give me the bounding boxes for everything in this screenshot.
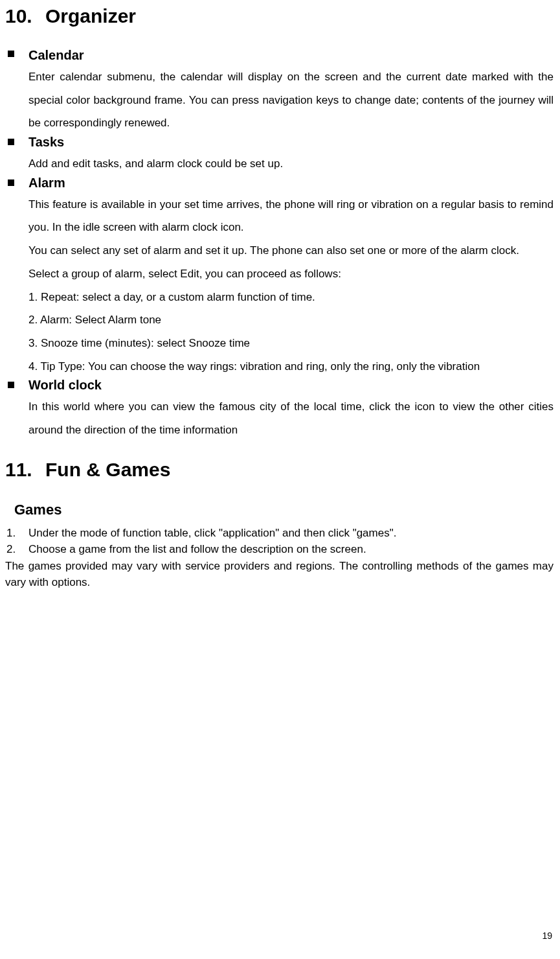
bullet-square-icon: [5, 378, 28, 393]
games-item-2: 2. Choose a game from the list and follo…: [5, 541, 554, 558]
calendar-heading: Calendar: [28, 48, 84, 63]
games-item-2-text: Choose a game from the list and follow t…: [28, 541, 366, 558]
section-10-number: 10.: [5, 5, 45, 27]
section-10-title: Organizer: [45, 5, 136, 27]
alarm-l1: 1. Repeat: select a day, or a custom ala…: [28, 286, 554, 309]
bullet-square-icon: [5, 135, 28, 150]
tasks-body: Add and edit tasks, and alarm clock coul…: [28, 152, 554, 176]
alarm-l4: 4. Tip Type: You can choose the way ring…: [28, 355, 554, 378]
alarm-p3: Select a group of alarm, select Edit, yo…: [28, 262, 554, 286]
section-11-heading: 11.Fun & Games: [5, 459, 554, 481]
alarm-l2: 2. Alarm: Select Alarm tone: [28, 308, 554, 332]
alarm-bullet-row: Alarm: [5, 176, 554, 191]
bullet-square-icon: [5, 48, 28, 63]
alarm-p1: This feature is available in your set ti…: [28, 193, 554, 239]
worldclock-bullet-row: World clock: [5, 378, 554, 393]
section-10-heading: 10.Organizer: [5, 5, 554, 27]
bullet-square-icon: [5, 176, 28, 191]
alarm-heading: Alarm: [28, 176, 65, 191]
games-numbered-list: 1. Under the mode of function table, cli…: [5, 525, 554, 558]
section-11-title: Fun & Games: [45, 459, 170, 480]
tasks-bullet-row: Tasks: [5, 135, 554, 150]
games-heading: Games: [14, 502, 554, 518]
worldclock-heading: World clock: [28, 378, 102, 393]
page-number: 19: [542, 930, 552, 941]
alarm-p2: You can select any set of alarm and set …: [28, 239, 554, 262]
games-item-1: 1. Under the mode of function table, cli…: [5, 525, 554, 542]
tasks-heading: Tasks: [28, 135, 64, 150]
games-item-2-num: 2.: [5, 541, 28, 558]
worldclock-body: In this world where you can view the fam…: [28, 395, 554, 441]
section-11-number: 11.: [5, 459, 45, 481]
games-item-1-text: Under the mode of function table, click …: [28, 525, 396, 542]
games-footer: The games provided may vary with service…: [5, 558, 554, 591]
calendar-bullet-row: Calendar: [5, 48, 554, 63]
alarm-l3: 3. Snooze time (minutes): select Snooze …: [28, 332, 554, 355]
games-item-1-num: 1.: [5, 525, 28, 542]
calendar-body: Enter calendar submenu, the calendar wil…: [28, 65, 554, 135]
alarm-body: This feature is available in your set ti…: [28, 193, 554, 378]
